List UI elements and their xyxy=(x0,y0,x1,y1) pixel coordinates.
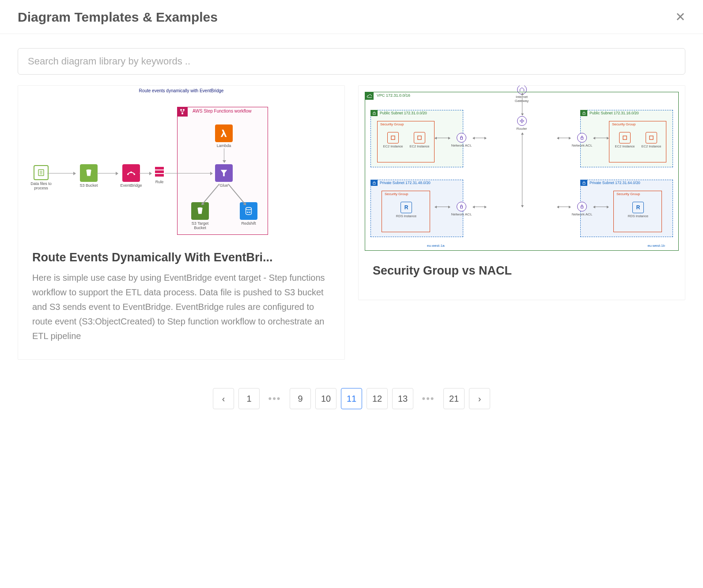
page-button-10[interactable]: 10 xyxy=(315,388,336,409)
diagram-caption: Route events dynamically with EventBridg… xyxy=(18,88,344,93)
template-card-eventbridge[interactable]: Route events dynamically with EventBridg… xyxy=(18,85,345,360)
sg-label: Security Group xyxy=(612,122,635,126)
document-icon xyxy=(34,165,49,180)
arrow xyxy=(165,173,212,173)
node-s3-bucket: S3 Bucket xyxy=(76,164,101,188)
node-rds: R RDS Instance xyxy=(395,202,417,218)
subnet-label: Private Subnet 172.31.48.0/20 xyxy=(380,181,431,185)
template-thumb-eventbridge: Route events dynamically with EventBridg… xyxy=(18,86,344,240)
svg-rect-0 xyxy=(180,109,182,111)
svg-point-14 xyxy=(198,207,203,209)
node-rule: Rule xyxy=(151,165,168,184)
redshift-icon xyxy=(240,202,257,220)
page-next-button[interactable]: › xyxy=(469,388,490,409)
node-nacl: Network ACL xyxy=(448,133,475,147)
node-ec2: EC2 Instance xyxy=(614,132,636,148)
glue-icon xyxy=(215,164,233,182)
svg-rect-19 xyxy=(373,113,375,114)
node-ec2: EC2 Instance xyxy=(382,132,404,148)
security-group-box: Security Group EC2 Instance EC2 Instance xyxy=(609,121,666,162)
svg-rect-12 xyxy=(155,170,164,173)
arrow xyxy=(473,138,486,138)
arrow xyxy=(522,93,522,115)
nacl-icon xyxy=(457,133,466,143)
svg-rect-11 xyxy=(155,167,164,170)
page-button-11[interactable]: 11 xyxy=(341,388,362,409)
subnet-icon xyxy=(370,180,378,186)
template-card-security-group[interactable]: Internet Gateway VPC 172.31.0.0/16 Route… xyxy=(358,85,685,300)
security-group-box: Security Group R RDS Instance xyxy=(382,191,430,232)
svg-rect-13 xyxy=(155,174,164,177)
arrow xyxy=(47,173,76,173)
svg-rect-28 xyxy=(581,137,583,139)
vpc-box: VPC 172.31.0.0/16 Router xyxy=(365,92,679,251)
template-card-body: Security Group vs NACL xyxy=(359,253,685,300)
svg-point-9 xyxy=(130,171,132,173)
template-title: Security Group vs NACL xyxy=(373,264,671,278)
svg-rect-23 xyxy=(623,136,627,139)
eventbridge-icon xyxy=(122,164,140,182)
subnet-icon xyxy=(580,180,587,186)
vpc-label: VPC 172.31.0.0/16 xyxy=(377,93,410,98)
arrow xyxy=(435,138,450,138)
sg-label: Security Group xyxy=(616,192,640,196)
step-functions-icon xyxy=(177,107,188,117)
node-redshift: Redshift xyxy=(236,202,261,226)
node-nacl: Network ACL xyxy=(448,202,475,216)
node-ec2: EC2 Instance xyxy=(640,132,662,148)
svg-point-7 xyxy=(87,170,91,171)
node-rds: R RDS Instance xyxy=(627,202,649,218)
subnet-label: Public Subnet 172.31.16.0/20 xyxy=(590,111,639,115)
rds-icon: R xyxy=(401,202,412,213)
dialog-title: Diagram Templates & Examples xyxy=(18,10,218,25)
svg-rect-21 xyxy=(418,136,421,139)
arrow xyxy=(593,138,609,138)
arrow xyxy=(435,207,450,207)
ec2-icon xyxy=(646,132,657,143)
az-label-left: eu-west-1a xyxy=(427,244,445,248)
sg-label: Security Group xyxy=(385,192,408,196)
page-button-21[interactable]: 21 xyxy=(443,388,465,409)
router-icon xyxy=(517,116,527,126)
svg-rect-1 xyxy=(183,109,185,111)
page-button-13[interactable]: 13 xyxy=(392,388,413,409)
subnet-label: Public Subnet 172.31.0.0/20 xyxy=(380,111,427,115)
page-button-12[interactable]: 12 xyxy=(367,388,388,409)
vpc-icon xyxy=(365,92,374,100)
page-button-1[interactable]: 1 xyxy=(238,388,260,409)
svg-rect-25 xyxy=(373,182,375,184)
node-glue: Glue xyxy=(212,164,236,188)
nacl-icon xyxy=(457,202,466,211)
template-card-body: Route Events Dynamically With EventBri..… xyxy=(18,240,344,359)
node-eventbridge: EventBridge xyxy=(119,164,144,188)
arrow xyxy=(522,133,522,207)
svg-rect-20 xyxy=(391,136,395,139)
arrow xyxy=(97,173,118,173)
sg-label: Security Group xyxy=(380,122,404,126)
nacl-icon xyxy=(577,202,587,211)
template-cards: Route events dynamically with EventBridg… xyxy=(18,85,685,360)
arrow xyxy=(473,207,486,207)
template-thumb-security-group: Internet Gateway VPC 172.31.0.0/16 Route… xyxy=(359,86,685,253)
svg-point-10 xyxy=(134,173,136,175)
page-ellipsis: ••• xyxy=(264,388,285,409)
arrow xyxy=(224,148,224,162)
template-title: Route Events Dynamically With EventBri..… xyxy=(32,251,330,264)
subnet-icon xyxy=(580,110,587,116)
close-icon[interactable]: ✕ xyxy=(675,11,685,23)
node-ec2: EC2 Instance xyxy=(408,132,431,148)
dialog-body: Route events dynamically with EventBridg… xyxy=(0,34,703,436)
rds-icon: R xyxy=(632,202,644,213)
workflow-label: AWS Step Functions workflow xyxy=(193,109,252,113)
svg-rect-24 xyxy=(650,136,653,139)
page-prev-button[interactable]: ‹ xyxy=(213,388,234,409)
svg-rect-29 xyxy=(461,206,463,208)
svg-point-15 xyxy=(246,207,252,210)
arrow xyxy=(139,173,151,173)
svg-rect-26 xyxy=(582,182,585,184)
svg-rect-27 xyxy=(461,137,463,139)
page-button-9[interactable]: 9 xyxy=(290,388,311,409)
node-data-files: Data files to process xyxy=(29,165,53,190)
search-input[interactable] xyxy=(18,48,685,75)
svg-point-8 xyxy=(127,173,129,175)
